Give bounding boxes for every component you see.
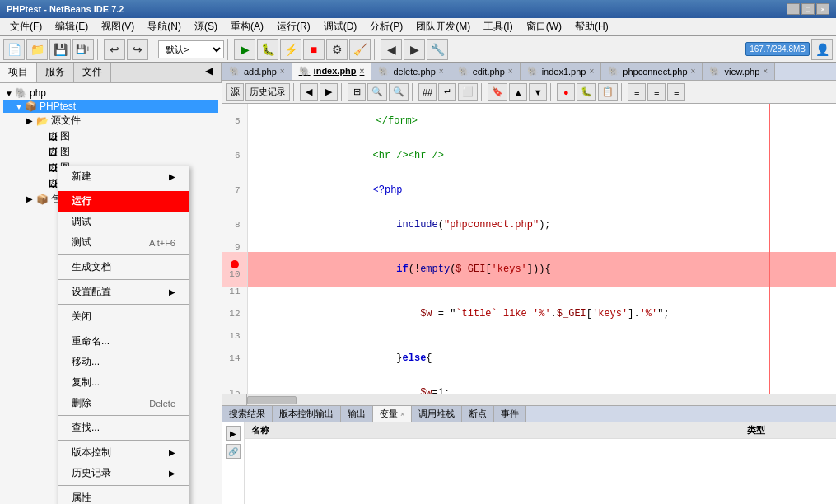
collapse-panel-button[interactable]: ◀ — [197, 63, 222, 82]
bottom-tab-vars[interactable]: 变量 × — [373, 406, 412, 422]
file-tab-view-close[interactable]: × — [763, 67, 768, 76]
ed-bookmark-btn[interactable]: 🔖 — [488, 83, 507, 101]
ctx-setconfig[interactable]: 设置配置 ▶ — [58, 282, 189, 302]
ed-task-btn[interactable]: 📋 — [598, 83, 618, 101]
file-tab-index1[interactable]: 🐘 index1.php × — [521, 63, 602, 80]
bottom-tab-search[interactable]: 搜索结果 — [222, 406, 273, 422]
line-content[interactable]: if(!empty($_GEI['keys'])){ — [247, 252, 836, 287]
ed-linenum-btn[interactable]: ## — [418, 83, 437, 101]
menu-debug[interactable]: 调试(D) — [317, 18, 364, 35]
config-dropdown[interactable]: 默认> — [158, 40, 224, 58]
bottom-icon-2[interactable]: 🔗 — [226, 444, 241, 459]
file-tab-phpconnect[interactable]: 🐘 phpconnect.php × — [601, 63, 703, 80]
ed-next-mark-btn[interactable]: ▼ — [529, 83, 547, 101]
tree-item-phptest[interactable]: ▼ 📦 PHPtest — [3, 100, 218, 113]
bottom-tab-callstack[interactable]: 调用堆栈 — [412, 406, 462, 422]
menu-file[interactable]: 文件(F) — [3, 18, 49, 35]
ctx-close[interactable]: 关闭 — [58, 306, 189, 327]
ed-find-btn[interactable]: 🔍 — [389, 83, 409, 101]
bottom-tab-vars-close[interactable]: × — [400, 410, 404, 418]
profile-icon[interactable]: 👤 — [811, 39, 833, 60]
h-scrollbar[interactable] — [222, 394, 836, 405]
line-content[interactable]: }else{ — [247, 341, 836, 376]
ctx-copy[interactable]: 复制... — [58, 372, 189, 393]
file-tab-view[interactable]: 🐘 view.php × — [703, 63, 775, 80]
ctx-debug[interactable]: 调试 — [58, 212, 189, 232]
menu-view[interactable]: 视图(V) — [95, 18, 141, 35]
tree-item-source[interactable]: ▶ 📂 源文件 — [3, 113, 218, 128]
file-tab-delete-close[interactable]: × — [439, 67, 444, 76]
ed-fwd-btn[interactable]: ▶ — [320, 83, 338, 101]
ctx-new[interactable]: 新建 ▶ — [58, 166, 189, 187]
menu-run[interactable]: 运行(R) — [270, 18, 317, 35]
ed-back-btn[interactable]: ◀ — [300, 83, 318, 101]
ctx-rename[interactable]: 重命名... — [58, 331, 189, 352]
menu-profile[interactable]: 分析(P) — [363, 18, 409, 35]
menu-window[interactable]: 窗口(W) — [520, 18, 568, 35]
file-tab-index[interactable]: 🐘 index.php × — [292, 63, 372, 80]
ed-split-btn[interactable]: ⬜ — [458, 83, 478, 101]
file-tab-index-close[interactable]: × — [360, 67, 365, 76]
menu-source[interactable]: 源(S) — [188, 18, 224, 35]
menu-tools[interactable]: 工具(I) — [477, 18, 519, 35]
code-area[interactable]: 5 </form> 6 <hr /><hr /> — [222, 104, 836, 394]
file-tab-edit[interactable]: 🐘 edit.php × — [451, 63, 521, 80]
profile-button[interactable]: ⚡ — [280, 39, 301, 60]
ctx-versionctrl[interactable]: 版本控制 ▶ — [58, 442, 189, 463]
ed-prev-mark-btn[interactable]: ▲ — [509, 83, 527, 101]
save-button[interactable]: 💾 — [49, 39, 71, 60]
file-tab-edit-close[interactable]: × — [508, 67, 513, 76]
undo-button[interactable]: ↩ — [104, 39, 125, 60]
bottom-tab-output[interactable]: 输出 — [341, 406, 373, 422]
menu-refactor[interactable]: 重构(A) — [224, 18, 270, 35]
tree-item-img2[interactable]: 🖼 图 — [3, 144, 218, 160]
ctx-test[interactable]: 测试 Alt+F6 — [58, 232, 189, 253]
ed-wrap-btn[interactable]: ↵ — [438, 83, 456, 101]
ed-debug-btn[interactable]: 🐛 — [577, 83, 596, 101]
file-tab-add[interactable]: 🐘 add.php × — [222, 63, 292, 80]
line-content[interactable]: </form> — [247, 104, 836, 138]
ed-align-both-btn[interactable]: ≡ — [667, 83, 685, 101]
source-tab[interactable]: 源 — [226, 83, 244, 101]
ctx-run[interactable]: 运行 — [58, 191, 189, 212]
stop-button[interactable]: ■ — [303, 39, 325, 60]
maximize-button[interactable]: □ — [801, 3, 815, 15]
line-content[interactable]: <hr /><hr /> — [247, 138, 836, 173]
ed-toggle-btn[interactable]: ⊞ — [348, 83, 366, 101]
new-button[interactable]: 📄 — [3, 39, 25, 60]
bottom-tab-breakpoints[interactable]: 断点 — [462, 406, 494, 422]
menu-team[interactable]: 团队开发(M) — [409, 18, 477, 35]
bottom-icon-1[interactable]: ▶ — [226, 426, 241, 441]
run-button[interactable]: ▶ — [234, 39, 255, 60]
ctx-history[interactable]: 历史记录 ▶ — [58, 463, 189, 483]
tree-item-img1[interactable]: 🖼 图 — [3, 128, 218, 144]
tab-services[interactable]: 服务 — [37, 63, 74, 82]
file-tab-index1-close[interactable]: × — [589, 67, 594, 76]
minimize-button[interactable]: _ — [787, 3, 800, 15]
ctx-delete[interactable]: 删除 Delete — [58, 393, 189, 413]
ctx-properties[interactable]: 属性 — [58, 488, 189, 504]
tab-files[interactable]: 文件 — [74, 63, 111, 82]
file-tab-delete[interactable]: 🐘 delete.php × — [371, 63, 451, 80]
build-button[interactable]: ⚙ — [326, 39, 348, 60]
ctx-gendoc[interactable]: 生成文档 — [58, 257, 189, 278]
h-scrollbar-thumb[interactable] — [247, 396, 297, 404]
debug-button[interactable]: 🐛 — [257, 39, 278, 60]
line-content[interactable]: $w=1; — [247, 376, 836, 394]
menu-navigate[interactable]: 导航(N) — [141, 18, 188, 35]
menu-edit[interactable]: 编辑(E) — [49, 18, 95, 35]
tb-extra1[interactable]: ◀ — [381, 39, 402, 60]
close-button[interactable]: × — [816, 3, 829, 15]
ctx-find[interactable]: 查找... — [58, 418, 189, 438]
save-all-button[interactable]: 💾+ — [72, 39, 94, 60]
redo-button[interactable]: ↪ — [127, 39, 148, 60]
line-content[interactable] — [247, 242, 836, 252]
bottom-tab-events[interactable]: 事件 — [494, 406, 526, 422]
ed-zoom-btn[interactable]: 🔍 — [367, 83, 387, 101]
ed-align-left-btn[interactable]: ≡ — [628, 83, 646, 101]
tb-extra2[interactable]: ▶ — [404, 39, 425, 60]
clean-button[interactable]: 🧹 — [349, 39, 371, 60]
line-content[interactable] — [247, 287, 836, 296]
line-content[interactable]: $w = "`title` like '%'.$_GEI['keys'].'%'… — [247, 296, 836, 331]
tree-item-php[interactable]: ▼ 🐘 php — [3, 86, 218, 100]
